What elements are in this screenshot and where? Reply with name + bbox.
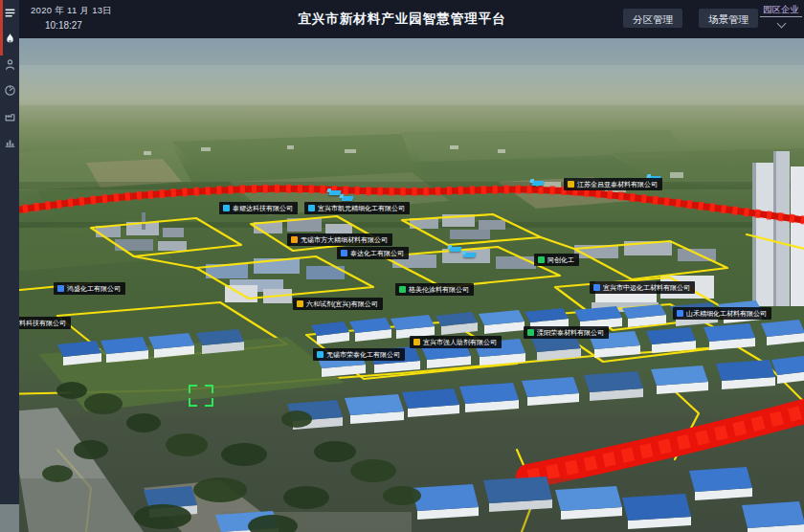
company-label-text: 无锡市方大精细材料有限公司 (301, 236, 388, 243)
company-marker-icon (677, 310, 683, 317)
hamburger-menu-icon (4, 7, 16, 19)
app-window: 泰耀达科技有限公司宜兴市凯元精细化工有限公司无锡市方大精细材料有限公司泰达化工有… (0, 0, 804, 532)
zone-management-button[interactable]: 分区管理 (623, 9, 682, 28)
horizon-haze (0, 65, 804, 105)
sidebar-item-menu[interactable] (0, 0, 19, 26)
company-label-text: 溧阳荣泰材料有限公司 (537, 329, 604, 336)
flame-icon (4, 33, 16, 45)
company-marker-icon (297, 300, 303, 307)
company-label[interactable]: 无锡市方大精细材料有限公司 (287, 233, 392, 246)
company-label-text: 宜兴市中远化工材料有限公司 (603, 284, 690, 291)
person-icon (4, 58, 16, 71)
sidebar-footer-strip (0, 504, 19, 532)
company-label[interactable]: 溧阳荣泰材料有限公司 (524, 326, 609, 339)
company-marker-icon (223, 205, 230, 211)
current-date: 2020 年 11 月 13日 (31, 5, 112, 17)
company-marker-icon (341, 250, 347, 256)
company-label-text: 无锡市荣泰化工有限公司 (326, 351, 400, 358)
bar-chart-icon (4, 136, 16, 148)
company-label[interactable]: 同创化工 (534, 254, 579, 266)
company-label[interactable]: 山禾精细化工材料有限公司 (673, 307, 771, 320)
highrise-towers (752, 151, 804, 306)
gauge-icon (4, 84, 16, 97)
company-label[interactable]: 六和试剂(宜兴)有限公司 (293, 298, 383, 310)
sidebar-item-fire-monitor[interactable] (0, 26, 19, 52)
company-label[interactable]: 格美伦涂料有限公司 (395, 283, 474, 296)
truck-marker-icon[interactable] (531, 181, 545, 186)
dropdown-label: 园区企业 (758, 3, 804, 15)
company-label[interactable]: 无锡市荣泰化工有限公司 (313, 348, 405, 361)
company-label[interactable]: 泰耀达科技有限公司 (219, 202, 298, 214)
truck-marker-icon[interactable] (463, 253, 477, 257)
sidebar-item-statistics[interactable] (0, 129, 19, 155)
selection-bracket (189, 385, 213, 407)
company-marker-icon (317, 351, 324, 358)
company-marker-icon (568, 181, 574, 188)
truck-marker-icon[interactable] (449, 247, 462, 252)
chevron-down-icon (776, 19, 786, 29)
company-label-text: 山禾精细化工材料有限公司 (686, 310, 767, 317)
company-label-text: 泰耀达科技有限公司 (233, 205, 293, 211)
left-sidebar (0, 0, 19, 504)
sidebar-item-monitoring[interactable] (0, 78, 19, 103)
sidebar-item-enterprises[interactable] (0, 103, 19, 129)
sidebar-item-personnel[interactable] (0, 52, 19, 78)
top-bar: 2020 年 11 月 13日 10:18:27 宜兴市新材料产业园智慧管理平台… (0, 0, 804, 38)
company-marker-icon (57, 285, 64, 292)
park-enterprises-dropdown[interactable]: 园区企业 (758, 3, 804, 33)
company-marker-icon (399, 286, 406, 293)
dropdown-underline (760, 16, 802, 17)
company-marker-icon (527, 329, 534, 336)
company-marker-icon (538, 256, 545, 263)
company-label[interactable]: 鸿盛化工有限公司 (54, 282, 125, 295)
truck-marker-icon[interactable] (341, 196, 354, 201)
company-marker-icon (291, 236, 298, 243)
company-marker-icon (593, 284, 600, 291)
company-label[interactable]: 宜兴市凯元精细化工有限公司 (304, 202, 410, 214)
company-label[interactable]: 宜兴市强人助剂有限公司 (410, 336, 502, 348)
company-label-text: 格美伦涂料有限公司 (409, 286, 469, 293)
company-label-text: 宜兴市凯元精细化工有限公司 (318, 205, 405, 211)
company-marker-icon (308, 205, 315, 211)
company-marker-icon (413, 339, 420, 345)
company-label-text: 六和试剂(宜兴)有限公司 (306, 300, 378, 307)
company-label[interactable]: 泰达化工有限公司 (337, 247, 409, 259)
company-label-text: 同创化工 (547, 256, 574, 263)
company-label-text: 江苏金昌亚泰材料有限公司 (577, 181, 658, 188)
current-time: 10:18:27 (45, 20, 82, 31)
company-label-text: 宜兴市强人助剂有限公司 (423, 339, 497, 345)
scene-management-button[interactable]: 场景管理 (699, 9, 758, 28)
company-label[interactable]: 江苏金昌亚泰材料有限公司 (564, 178, 662, 190)
factory-icon (4, 110, 16, 122)
company-label-text: 泰达化工有限公司 (350, 250, 404, 256)
page-title: 宜兴市新材料产业园智慧管理平台 (298, 11, 506, 28)
company-label-text: 鸿盛化工有限公司 (67, 285, 121, 292)
company-label[interactable]: 宜兴市中远化工材料有限公司 (590, 281, 695, 294)
